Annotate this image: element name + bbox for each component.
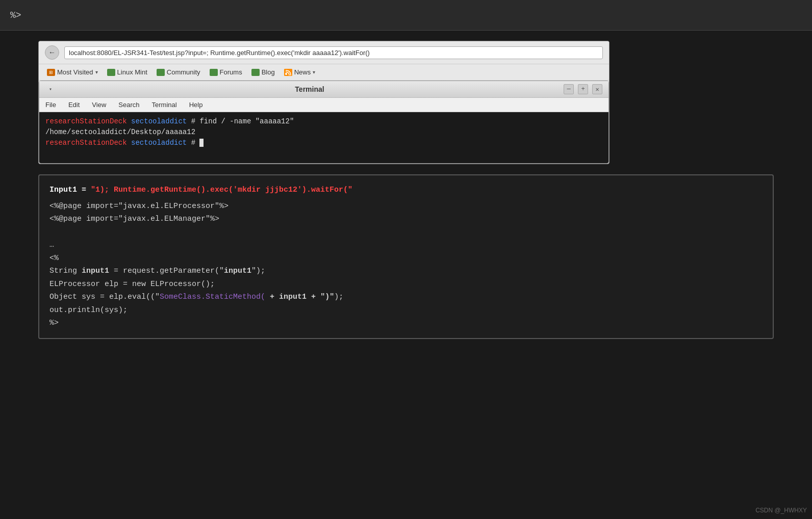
- terminal-prompt-hostname-1: researchStationDeck: [45, 117, 127, 125]
- code-input1-param-bold: input1: [224, 267, 251, 275]
- community-label: Community: [167, 68, 200, 76]
- code-line-1: <%@page import="javax.el.ELProcessor"%>: [49, 200, 763, 213]
- code-line-5: String input1 = request.getParameter("in…: [49, 265, 763, 278]
- watermark: CSDN @_HWHXY: [755, 507, 807, 514]
- terminal-controls: — + ✕: [564, 84, 602, 94]
- terminal-prompt-hash-1: # find / -name "aaaaa12": [187, 117, 294, 125]
- terminal-line-2: /home/sectooladdict/Desktop/aaaaa12: [45, 127, 602, 138]
- terminal-body: researchStationDeck sectooladdict # find…: [39, 112, 608, 163]
- bookmark-blog[interactable]: Blog: [248, 67, 278, 77]
- terminal-menubar: File Edit View Search Terminal Help: [39, 98, 608, 112]
- terminal-menu-view[interactable]: View: [90, 100, 108, 110]
- code-line-7: Object sys = elp.eval(("SomeClass.Static…: [49, 291, 763, 304]
- bottom-text-content: [38, 349, 40, 357]
- terminal-prompt-user-2: sectooladdict: [127, 139, 187, 147]
- terminal-menu-terminal[interactable]: Terminal: [150, 100, 179, 110]
- top-bar-text: %>: [10, 10, 21, 20]
- code-line-4: <%: [49, 252, 763, 265]
- terminal-output-1: /home/sectooladdict/Desktop/aaaaa12: [45, 128, 195, 136]
- terminal-minimize-button[interactable]: —: [564, 84, 574, 94]
- browser-window: ← localhost:8080/EL-JSR341-Test/test.jsp…: [38, 41, 610, 164]
- terminal-menu-help[interactable]: Help: [187, 100, 205, 110]
- bookmark-most-visited[interactable]: ⊞ Most Visited ▾: [44, 67, 101, 77]
- linux-mint-icon: [107, 69, 115, 76]
- svg-point-1: [285, 73, 287, 75]
- browser-address-bar: ← localhost:8080/EL-JSR341-Test/test.jsp…: [39, 41, 609, 64]
- bookmark-linux-mint[interactable]: Linux Mint: [104, 67, 150, 77]
- top-bar: %>: [0, 0, 812, 31]
- terminal-maximize-button[interactable]: +: [578, 84, 588, 94]
- terminal-line-3: researchStationDeck sectooladdict #: [45, 138, 602, 148]
- code-line-2: <%@page import="javax.el.ELManager"%>: [49, 213, 763, 226]
- most-visited-dropdown-icon: ▾: [95, 69, 98, 75]
- code-plus-bold: + input1 + ")": [270, 293, 334, 301]
- terminal-close-button[interactable]: ✕: [592, 84, 602, 94]
- code-some-class: SomeClass.StaticMethod(: [160, 293, 265, 301]
- blog-label: Blog: [262, 68, 275, 76]
- bookmark-forums[interactable]: Forums: [207, 67, 245, 77]
- browser-url-bar[interactable]: localhost:8080/EL-JSR341-Test/test.jsp?i…: [64, 46, 603, 59]
- terminal-prompt-user-1: sectooladdict: [127, 117, 187, 125]
- code-line-6: ELProcessor elp = new ELProcessor();: [49, 278, 763, 291]
- forums-label: Forums: [220, 68, 242, 76]
- bookmark-community[interactable]: Community: [154, 67, 204, 77]
- browser-back-button[interactable]: ←: [45, 45, 59, 60]
- terminal-titlebar: ▾ Terminal — + ✕: [39, 81, 608, 98]
- terminal-dropdown-button[interactable]: ▾: [45, 84, 56, 94]
- terminal-menu-edit[interactable]: Edit: [66, 100, 82, 110]
- terminal-title: Terminal: [56, 85, 564, 93]
- terminal-prompt-hostname-2: researchStationDeck: [45, 139, 127, 147]
- code-line-9: %>: [49, 317, 763, 330]
- linux-mint-label: Linux Mint: [117, 68, 147, 76]
- code-input-label: Input1 =: [49, 186, 91, 194]
- code-line-8: out.println(sys);: [49, 304, 763, 317]
- bookmark-news[interactable]: News ▾: [281, 67, 319, 77]
- code-line-empty-1: [49, 226, 763, 239]
- rss-icon: [284, 69, 292, 76]
- code-input-value: "1); Runtime.getRuntime().exec('mkdir jj…: [91, 186, 352, 194]
- browser-bookmarks-bar: ⊞ Most Visited ▾ Linux Mint Community Fo…: [39, 64, 609, 81]
- forums-icon: [210, 69, 218, 76]
- code-input1-bold: input1: [82, 267, 109, 275]
- terminal-menu-search[interactable]: Search: [116, 100, 141, 110]
- terminal-menu-file[interactable]: File: [43, 100, 58, 110]
- blog-icon: [251, 69, 260, 76]
- terminal-line-1: researchStationDeck sectooladdict # find…: [45, 116, 602, 127]
- most-visited-label: Most Visited: [57, 68, 93, 76]
- community-icon: [157, 69, 165, 76]
- code-block: Input1 = "1); Runtime.getRuntime().exec(…: [38, 174, 774, 339]
- bottom-text: [38, 349, 774, 362]
- most-visited-icon: ⊞: [47, 69, 55, 76]
- news-dropdown-icon: ▾: [313, 69, 315, 75]
- code-input-line: Input1 = "1); Runtime.getRuntime().exec(…: [49, 184, 763, 197]
- terminal-cursor: [199, 139, 204, 147]
- terminal-prompt-hash-2: #: [187, 139, 199, 147]
- news-label: News: [294, 68, 311, 76]
- code-line-3: …: [49, 239, 763, 252]
- terminal-window: ▾ Terminal — + ✕ File Edit View Search T…: [39, 81, 609, 164]
- watermark-text: CSDN @_HWHXY: [755, 507, 807, 514]
